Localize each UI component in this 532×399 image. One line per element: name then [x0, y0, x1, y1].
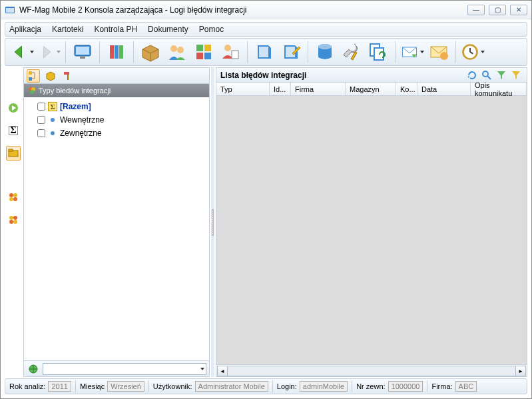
svg-point-33	[13, 197, 17, 201]
status-firm-label: Firma:	[431, 382, 452, 390]
col-opis[interactable]: Opis komunikatu	[471, 83, 527, 95]
tree-footer-icon-btn[interactable]	[27, 362, 40, 376]
splitter[interactable]	[211, 67, 214, 377]
svg-rect-38	[29, 71, 32, 75]
box-button[interactable]	[138, 40, 163, 64]
tree-panel: Typy błedów integracji Σ [Razem] Wewnętr…	[23, 67, 210, 377]
svg-rect-4	[80, 57, 85, 59]
svg-point-36	[9, 220, 13, 224]
status-year-value: 2011	[48, 381, 71, 392]
checkbox[interactable]	[37, 116, 45, 124]
status-login-value: adminMobile	[300, 381, 348, 392]
horizontal-scrollbar[interactable]: ◄ ►	[217, 366, 526, 376]
menu-dokumenty[interactable]: Dokumenty	[148, 25, 188, 34]
app-icon	[5, 5, 15, 15]
svg-rect-40	[64, 72, 69, 75]
tree-header-icon	[28, 87, 36, 95]
mail-warning-button[interactable]	[426, 40, 451, 64]
svg-point-44	[30, 90, 34, 94]
sigma-small-icon: Σ	[48, 102, 57, 111]
strip-sigma-btn[interactable]: Σ	[6, 123, 21, 138]
col-ko[interactable]: Ko...	[396, 83, 417, 95]
tree-row-zewnetrzne[interactable]: Zewnętrzne	[24, 127, 209, 140]
svg-point-31	[13, 193, 17, 197]
status-month-label: Miesiąc	[80, 382, 105, 390]
close-button[interactable]: ✕	[510, 5, 527, 15]
puzzle-orange-icon	[8, 214, 19, 225]
status-month-value: Wrzesień	[107, 381, 144, 392]
svg-point-8	[170, 45, 177, 52]
svg-point-14	[224, 45, 231, 51]
svg-rect-15	[232, 51, 238, 59]
arrow-right-icon	[37, 41, 55, 63]
strip-flower2-btn[interactable]	[6, 212, 21, 227]
tree-body[interactable]: Σ [Razem] Wewnętrzne Zewnętrzne	[24, 97, 209, 360]
copy-sync-button[interactable]	[366, 40, 391, 64]
window-buttons: — ▢ ✕	[467, 5, 527, 15]
tree-item-label: Zewnętrzne	[60, 129, 102, 138]
strip-flower1-btn[interactable]	[6, 190, 21, 204]
svg-point-35	[13, 216, 17, 220]
arrow-left-icon	[10, 41, 29, 63]
tree-box-btn[interactable]	[44, 69, 57, 83]
books-button[interactable]	[104, 40, 129, 64]
col-magazyn[interactable]: Magazyn	[346, 83, 396, 95]
tree-row-razem[interactable]: Σ [Razem]	[24, 100, 209, 113]
tree-row-wewnetrzne[interactable]: Wewnętrzne	[24, 113, 209, 127]
list-panel: Lista błędów integracji Typ Id... Firma …	[216, 67, 527, 377]
mail-button[interactable]	[399, 40, 425, 64]
clock-button[interactable]	[460, 40, 485, 64]
svg-rect-5	[110, 45, 114, 59]
globe-icon	[28, 364, 39, 374]
user-doc-button[interactable]	[218, 40, 243, 64]
book-pencil-icon	[280, 41, 302, 63]
scroll-track[interactable]	[228, 366, 515, 376]
list-search-btn[interactable]	[480, 69, 493, 82]
status-ext-label: Nr zewn:	[356, 382, 385, 390]
maximize-button[interactable]: ▢	[489, 5, 506, 15]
list-title: Lista błędów integracji	[220, 71, 306, 80]
users-icon	[166, 41, 188, 63]
tools-button[interactable]	[339, 40, 364, 64]
strip-folder-btn[interactable]	[6, 146, 21, 161]
checkbox[interactable]	[37, 103, 45, 111]
strip-add-btn[interactable]	[6, 101, 21, 115]
col-data[interactable]: Data	[417, 83, 471, 95]
list-filter2-btn[interactable]	[509, 69, 523, 82]
book-edit-button[interactable]	[278, 40, 304, 64]
menu-aplikacja[interactable]: Aplikacja	[9, 25, 41, 34]
list-filter1-btn[interactable]	[495, 69, 508, 82]
menu-kontrola-ph[interactable]: Kontrola PH	[94, 25, 137, 34]
blocks-icon	[193, 41, 214, 63]
svg-rect-13	[204, 53, 211, 59]
svg-point-32	[9, 197, 13, 201]
monitor-button[interactable]	[70, 40, 95, 64]
svg-rect-7	[119, 45, 123, 59]
nav-back-button[interactable]	[9, 40, 35, 64]
app-window: WF-Mag Mobile 2 Konsola zarządzająca - L…	[0, 0, 532, 399]
scroll-left-btn[interactable]: ◄	[217, 366, 228, 376]
list-refresh-btn[interactable]	[465, 69, 479, 82]
tree-icon	[28, 71, 39, 81]
database-button[interactable]	[312, 40, 338, 64]
tree-filter-btn[interactable]	[61, 69, 75, 83]
menu-pomoc[interactable]: Pomoc	[199, 25, 224, 34]
mail-arrow-icon	[400, 41, 419, 63]
col-firma[interactable]: Firma	[291, 83, 346, 95]
tree-footer-combo[interactable]	[43, 363, 206, 375]
blocks-button[interactable]	[191, 40, 216, 64]
books-icon	[106, 41, 127, 63]
tree-view-btn[interactable]	[27, 69, 40, 83]
menu-kartoteki[interactable]: Kartoteki	[52, 25, 83, 34]
col-id[interactable]: Id...	[270, 83, 291, 95]
nav-forward-button[interactable]	[36, 40, 61, 64]
scroll-right-btn[interactable]: ►	[515, 366, 526, 376]
column-headers: Typ Id... Firma Magazyn Ko... Data Opis …	[216, 83, 527, 96]
splitter-grip-icon	[212, 209, 214, 236]
list-body[interactable]	[216, 96, 527, 364]
col-typ[interactable]: Typ	[216, 83, 270, 95]
checkbox[interactable]	[37, 129, 45, 137]
minimize-button[interactable]: —	[467, 5, 485, 15]
book-blue-button[interactable]	[252, 40, 277, 64]
users-button[interactable]	[164, 40, 190, 64]
